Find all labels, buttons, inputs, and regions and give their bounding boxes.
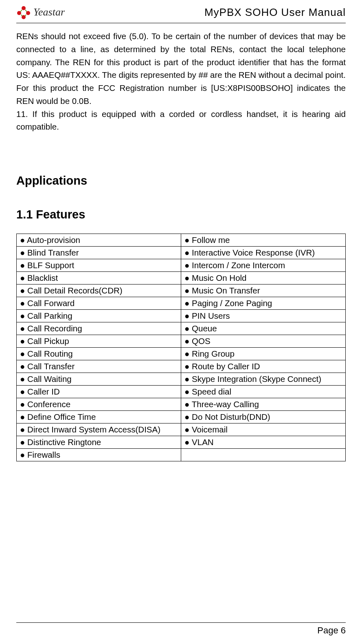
- feature-cell-right: ● Do Not Disturb(DND): [181, 411, 346, 423]
- feature-cell-right: ● Route by Caller ID: [181, 360, 346, 373]
- paragraph-hearing-aid: 11. If this product is equipped with a c…: [16, 108, 346, 134]
- table-row: ● Define Office Time● Do Not Disturb(DND…: [17, 411, 346, 423]
- table-row: ● Call Detail Records(CDR)● Music On Tra…: [17, 285, 346, 297]
- feature-cell-left: ● Auto-provision: [17, 234, 181, 247]
- table-row: ● Auto-provision● Follow me: [17, 234, 346, 247]
- table-row: ● Conference● Three-way Calling: [17, 398, 346, 411]
- table-row: ● Call Pickup● QOS: [17, 335, 346, 348]
- feature-cell-right: ● Speed dial: [181, 386, 346, 398]
- feature-cell-right: ● Interactive Voice Response (IVR): [181, 247, 346, 259]
- table-row: ● Call Parking● PIN Users: [17, 310, 346, 322]
- feature-cell-left: ● Call Parking: [17, 310, 181, 322]
- feature-cell-right: ● Music On Hold: [181, 272, 346, 285]
- table-row: ● Call Waiting● Skype Integration (Skype…: [17, 373, 346, 386]
- paragraph-ren: RENs should not exceed five (5.0). To be…: [16, 30, 346, 108]
- feature-cell-left: ● Blind Transfer: [17, 247, 181, 259]
- feature-cell-right: ● Voicemail: [181, 423, 346, 436]
- features-table: ● Auto-provision● Follow me● Blind Trans…: [16, 234, 346, 461]
- feature-cell-right: ● VLAN: [181, 436, 346, 449]
- feature-cell-left: ● Caller ID: [17, 386, 181, 398]
- feature-cell-left: ● Firewalls: [17, 449, 181, 461]
- page-header: Yeastar MyPBX SOHO User Manual: [16, 0, 346, 23]
- feature-cell-right: ● QOS: [181, 335, 346, 348]
- yeastar-logo-icon: [16, 5, 31, 20]
- table-row: ● Direct Inward System Access(DISA)● Voi…: [17, 423, 346, 436]
- feature-cell-left: ● Call Detail Records(CDR): [17, 285, 181, 297]
- table-row: ● Call Recording● Queue: [17, 322, 346, 335]
- table-row: ● Firewalls: [17, 449, 346, 461]
- page-title: MyPBX SOHO User Manual: [204, 6, 346, 19]
- svg-point-0: [22, 6, 26, 10]
- table-row: ● Distinctive Ringtone● VLAN: [17, 436, 346, 449]
- feature-cell-right: [181, 449, 346, 461]
- feature-cell-right: ● Skype Integration (Skype Connect): [181, 373, 346, 386]
- feature-cell-right: ● PIN Users: [181, 310, 346, 322]
- feature-cell-left: ● Call Recording: [17, 322, 181, 335]
- page-footer: Page 6: [16, 622, 346, 636]
- table-row: ● Call Transfer● Route by Caller ID: [17, 360, 346, 373]
- heading-features: 1.1 Features: [16, 208, 346, 221]
- feature-cell-right: ● Queue: [181, 322, 346, 335]
- table-row: ● Blind Transfer● Interactive Voice Resp…: [17, 247, 346, 259]
- feature-cell-right: ● Three-way Calling: [181, 398, 346, 411]
- feature-cell-right: ● Follow me: [181, 234, 346, 247]
- feature-cell-left: ● Distinctive Ringtone: [17, 436, 181, 449]
- feature-cell-left: ● Call Forward: [17, 297, 181, 310]
- feature-cell-left: ● Call Routing: [17, 348, 181, 360]
- feature-cell-right: ● Intercom / Zone Intercom: [181, 259, 346, 272]
- feature-cell-left: ● Call Waiting: [17, 373, 181, 386]
- feature-cell-left: ● Call Pickup: [17, 335, 181, 348]
- feature-cell-left: ● Direct Inward System Access(DISA): [17, 423, 181, 436]
- table-row: ● Call Routing● Ring Group: [17, 348, 346, 360]
- table-row: ● BLF Support● Intercom / Zone Intercom: [17, 259, 346, 272]
- feature-cell-left: ● Blacklist: [17, 272, 181, 285]
- feature-cell-right: ● Ring Group: [181, 348, 346, 360]
- logo: Yeastar: [16, 5, 65, 20]
- table-row: ● Blacklist● Music On Hold: [17, 272, 346, 285]
- feature-cell-left: ● Define Office Time: [17, 411, 181, 423]
- table-row: ● Call Forward● Paging / Zone Paging: [17, 297, 346, 310]
- table-row: ● Caller ID● Speed dial: [17, 386, 346, 398]
- page-number: Page 6: [16, 625, 346, 636]
- feature-cell-left: ● Call Transfer: [17, 360, 181, 373]
- feature-cell-left: ● BLF Support: [17, 259, 181, 272]
- feature-cell-right: ● Paging / Zone Paging: [181, 297, 346, 310]
- footer-divider: [16, 622, 346, 623]
- feature-cell-left: ● Conference: [17, 398, 181, 411]
- heading-applications: Applications: [16, 174, 346, 187]
- feature-cell-right: ● Music On Transfer: [181, 285, 346, 297]
- logo-text: Yeastar: [33, 6, 65, 18]
